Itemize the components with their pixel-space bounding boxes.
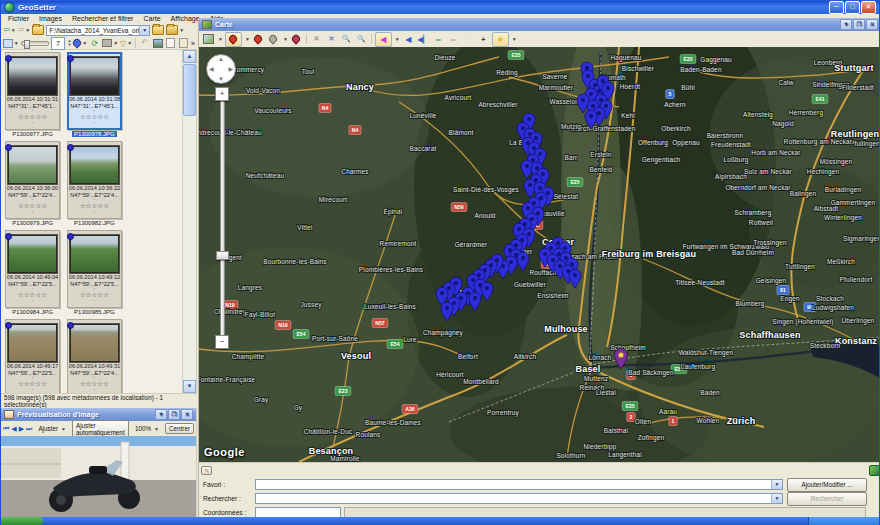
menu-carte[interactable]: Carte	[138, 15, 165, 22]
toolbar-overflow-icon[interactable]: »	[191, 40, 195, 47]
map-pan-control[interactable]: ▲▼ ◀▶	[206, 54, 236, 84]
map-float-icon[interactable]: ❐	[853, 19, 865, 30]
zoom-selection-icon[interactable]: 🔍	[355, 33, 368, 46]
map-svg[interactable]: N4N4N59N83A35N57N19N19E23A36E54E54E54E25…	[199, 47, 880, 462]
first-position-icon[interactable]: ◀▏	[417, 33, 430, 46]
rechercher-combo[interactable]: ▼	[255, 493, 783, 504]
scroll-down-icon[interactable]: ▼	[183, 380, 196, 393]
map-zoom-slider[interactable]: + −	[215, 87, 228, 349]
thumbnail-list[interactable]: 06.06.2014 10:31:31 N47°31'...E7°45'1...…	[1, 50, 197, 393]
show-marker-icon[interactable]	[252, 33, 265, 46]
path-dropdown-icon[interactable]: ▼	[139, 26, 149, 35]
thumbnail-item[interactable]: 06.06.2014 10:49:04 N47°59'...E7°22'5...…	[3, 230, 62, 317]
svg-text:Sélestat: Sélestat	[554, 193, 579, 200]
open-folder-icon[interactable]	[152, 25, 164, 36]
favori-combo[interactable]: ▼	[255, 479, 783, 490]
map-canvas[interactable]: N4N4N59N83A35N57N19N19E23A36E54E54E54E25…	[199, 47, 880, 462]
svg-text:Vaucouleurs: Vaucouleurs	[254, 107, 291, 114]
svg-text:Port-sur-Saône: Port-sur-Saône	[312, 335, 358, 342]
thumbnail-item[interactable]: 06.06.2014 10:31:38 N47°31'...E7°45'1...…	[65, 52, 124, 139]
marker-filter-icon[interactable]: ▼	[73, 38, 87, 49]
edit-favorites-button[interactable]: ✎	[201, 466, 212, 475]
start-button[interactable]	[1, 517, 43, 525]
back-icon[interactable]: ⇦▼	[3, 25, 16, 36]
svg-text:Bühl: Bühl	[681, 84, 695, 91]
close-button[interactable]: ✕	[861, 1, 876, 14]
menu-images[interactable]: Images	[34, 15, 67, 22]
thumbnail-item[interactable]: 06.06.2014 10:31:31 N47°31'...E7°45'1...…	[3, 52, 62, 139]
scroll-up-icon[interactable]: ▲	[183, 50, 196, 63]
track-show-icon[interactable]: ═	[432, 33, 445, 46]
assign-marker-icon[interactable]	[290, 33, 303, 46]
columns-spinner[interactable]: 7	[51, 37, 66, 50]
menu-fichier[interactable]: Fichier	[3, 15, 34, 22]
images-icon[interactable]	[152, 38, 163, 49]
map-menu-icon[interactable]: ▼	[840, 19, 852, 30]
path-combo[interactable]: F:\Natacha_2014_YvanEva_ori ▼	[46, 25, 150, 36]
view-mode-icon[interactable]: ▼	[3, 38, 19, 49]
next-image-button[interactable]: ▶	[19, 425, 24, 432]
center-button[interactable]: Centrer	[165, 423, 194, 434]
forward-icon[interactable]: ⇨▼	[18, 25, 31, 36]
map-panel: Carte ▼ ❐ ✕ ▼ ▼ ▼ ✕ ✕ 🔍 🔍 ◀▼ ◀ ◀▏ ═ ═	[198, 18, 880, 517]
set-marker-icon[interactable]	[225, 32, 242, 47]
map-type-icon[interactable]	[202, 33, 215, 46]
circle-icon[interactable]	[462, 33, 475, 46]
favori-row: Favori : ▼ Ajouter/Modifier ...	[199, 478, 880, 491]
prev-image-button[interactable]: ◀	[11, 425, 16, 432]
scrollbar-thumb[interactable]	[183, 64, 196, 116]
svg-text:1: 1	[672, 418, 675, 424]
crosshair-icon[interactable]: +	[477, 33, 490, 46]
fit-auto-button[interactable]: Ajuster automatiquement	[72, 420, 129, 438]
track-hide-icon[interactable]: ═	[447, 33, 460, 46]
thumbnail-item[interactable]: 06.06.2014 10:36:22 N47°59'...E7°22'4...…	[65, 141, 124, 228]
back-position-icon[interactable]: ◀	[402, 33, 415, 46]
zoom-track[interactable]	[220, 93, 225, 345]
thumbnail-item[interactable]: 06.06.2014 10:49:12 N47°59'...E7°22'5...…	[65, 230, 124, 317]
rechercher-dropdown-icon[interactable]: ▼	[771, 494, 782, 503]
menu-rechercher[interactable]: Rechercher et filtrer	[67, 15, 138, 22]
thumb-date: 06.06.2014 10:36:22	[68, 185, 121, 192]
thumbnail-scrollbar[interactable]: ▲ ▼	[182, 50, 196, 393]
preview-float-icon[interactable]: ❐	[168, 409, 180, 420]
print-icon[interactable]: ▼	[102, 38, 118, 49]
spinner-arrows-icon[interactable]: ▲▼	[67, 39, 71, 47]
favorites-icon[interactable]: ★	[492, 32, 509, 47]
preview-close-icon[interactable]: ✕	[181, 409, 193, 420]
refresh-icon[interactable]: ⟳	[89, 38, 100, 49]
svg-text:Dieuze: Dieuze	[434, 54, 455, 61]
zoom-out-icon[interactable]: −	[215, 335, 229, 349]
first-image-button[interactable]: ⏮	[3, 425, 9, 432]
minimize-button[interactable]: ─	[829, 1, 844, 14]
remove-all-icon[interactable]: ✕	[325, 33, 338, 46]
preview-menu-icon[interactable]: ▼	[155, 409, 167, 420]
paste-icon[interactable]	[178, 38, 189, 49]
remove-position-icon[interactable]: ✕	[310, 33, 323, 46]
favori-dropdown-icon[interactable]: ▼	[771, 480, 782, 489]
maximize-button[interactable]: □	[845, 1, 860, 14]
thumbnail-item[interactable]: 06.06.2014 10:49:31 N47°59'...E7°22'4...…	[65, 319, 124, 393]
folder-up-icon[interactable]	[32, 25, 44, 36]
last-image-button[interactable]: ⏭	[26, 425, 32, 432]
filter-icon[interactable]: ▽▼	[120, 38, 132, 49]
undo-icon[interactable]: ↶	[139, 38, 150, 49]
map-close-icon[interactable]: ✕	[866, 19, 878, 30]
zoom-level-button[interactable]: 100%▼	[131, 423, 163, 434]
zoom-thumb[interactable]	[216, 251, 229, 260]
add-modify-button[interactable]: Ajouter/Modifier ...	[787, 478, 867, 492]
thumb-size-slider[interactable]	[21, 41, 49, 46]
fit-button[interactable]: Ajuster▼	[34, 423, 70, 434]
rechercher-button[interactable]: Rechercher	[787, 492, 867, 506]
thumbnail-item[interactable]: 06.06.2014 10:49:17 N47°59'...E7°22'5...…	[3, 319, 62, 393]
svg-text:E35: E35	[683, 56, 692, 62]
gray-marker-icon[interactable]	[267, 33, 280, 46]
prev-position-icon[interactable]: ◀	[375, 32, 392, 47]
zoom-in-icon[interactable]: +	[215, 87, 229, 101]
svg-text:Sulz am Neckar: Sulz am Neckar	[744, 168, 793, 175]
svg-text:Ensisheim: Ensisheim	[537, 292, 568, 299]
favorite-folder-icon[interactable]: ▼	[166, 25, 184, 36]
copy-icon[interactable]	[165, 38, 176, 49]
zoom-markers-icon[interactable]: 🔍	[340, 33, 353, 46]
thumbnail-item[interactable]: 06.06.2014 10:36:00 N47°59'...E7°22'4...…	[3, 141, 62, 228]
preview-image[interactable]	[1, 436, 196, 517]
